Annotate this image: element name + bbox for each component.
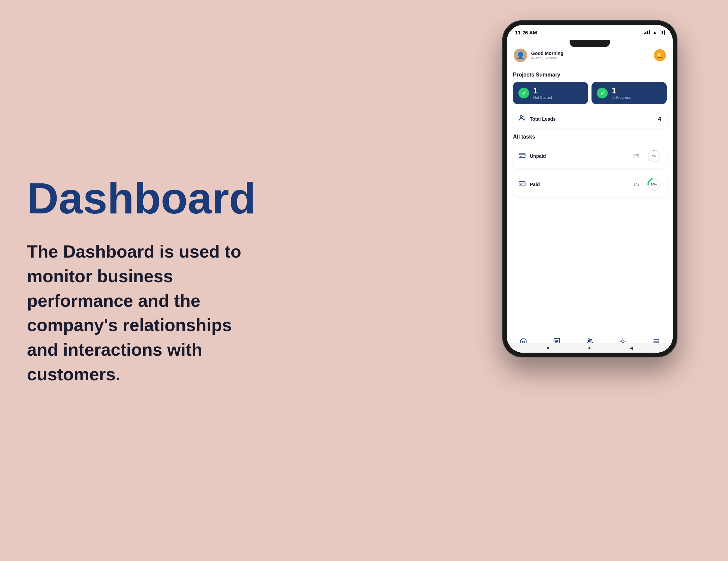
leads-label: Total Leads	[530, 116, 654, 122]
project-card-in-progress[interactable]: ✓ 1 In Progress	[592, 82, 667, 104]
card-number-1: 1	[533, 87, 552, 95]
check-circle-2: ✓	[597, 88, 608, 98]
battery-icon: ▮	[660, 30, 665, 35]
task-paid-label: Paid	[530, 182, 629, 187]
avatar-icon: 👤	[516, 51, 525, 59]
check-circle-1: ✓	[518, 88, 529, 98]
tasks-section: All tasks Unpaid 0/5	[513, 134, 667, 197]
phone-mockup: 11:26 AM ▲ ▮	[502, 20, 677, 357]
task-unpaid-percent: 0%	[651, 154, 656, 158]
android-circle[interactable]: ●	[588, 345, 591, 351]
app-content: 👤 Good Morning Akshay Singhal 🔔 Proj	[507, 40, 673, 353]
status-bar: 11:26 AM ▲ ▮	[507, 25, 673, 40]
phone-screen: 11:26 AM ▲ ▮	[507, 25, 673, 353]
checkmark-icon-2: ✓	[600, 90, 605, 96]
status-time: 11:26 AM	[515, 30, 537, 35]
card-label-in-progress: In Progress	[612, 95, 631, 99]
leads-card[interactable]: Total Leads 4	[513, 110, 667, 128]
android-back[interactable]: ◀	[630, 345, 633, 351]
user-name: Akshay Singhal	[531, 56, 564, 60]
project-card-not-started[interactable]: ✓ 1 Not Started	[513, 82, 588, 104]
paid-icon	[518, 180, 526, 189]
greeting-text: Good Morning Akshay Singhal	[531, 51, 564, 60]
task-paid-percent: 20%	[651, 183, 657, 186]
task-unpaid[interactable]: Unpaid 0/5 0%	[513, 144, 667, 168]
leads-icon	[518, 114, 526, 124]
signal-icon	[644, 30, 650, 34]
app-body: Projects Summary ✓ 1 Not Started	[507, 66, 673, 339]
notification-bell[interactable]: 🔔	[654, 49, 666, 61]
phone-frame: 11:26 AM ▲ ▮	[502, 20, 677, 357]
page-title: Dashboard	[27, 174, 263, 223]
card-label-not-started: Not Started	[533, 95, 552, 99]
task-unpaid-circle: 0%	[646, 149, 661, 164]
task-paid[interactable]: Paid 1/5 20%	[513, 172, 667, 197]
status-icons: ▲ ▮	[644, 30, 665, 35]
task-paid-progress: 1/5	[633, 182, 639, 187]
svg-point-1	[523, 116, 524, 117]
task-unpaid-progress: 0/5	[633, 154, 639, 158]
left-section: Dashboard The Dashboard is used to monit…	[27, 174, 263, 387]
svg-point-18	[622, 340, 624, 342]
phone-notch	[570, 40, 610, 47]
task-paid-circle: 20%	[646, 177, 661, 192]
leads-count: 4	[658, 116, 661, 123]
svg-point-0	[520, 116, 522, 118]
svg-rect-7	[519, 181, 525, 186]
avatar: 👤	[514, 49, 527, 62]
card-info-2: 1 In Progress	[612, 87, 631, 99]
android-square[interactable]: ■	[546, 345, 549, 351]
header-left: 👤 Good Morning Akshay Singhal	[514, 49, 564, 62]
projects-summary-title: Projects Summary	[513, 72, 667, 78]
card-info-1: 1 Not Started	[533, 87, 552, 99]
svg-point-16	[588, 338, 590, 341]
checkmark-icon-1: ✓	[522, 90, 526, 96]
unpaid-icon	[518, 152, 526, 161]
svg-rect-2	[519, 153, 525, 157]
android-nav: ■ ● ◀	[507, 343, 673, 353]
greeting: Good Morning	[531, 51, 564, 56]
card-number-2: 1	[612, 87, 631, 95]
wifi-icon: ▲	[653, 30, 657, 35]
tasks-title: All tasks	[513, 134, 667, 140]
projects-cards: ✓ 1 Not Started ✓ 1	[513, 82, 667, 104]
bell-icon: 🔔	[656, 52, 664, 59]
page-description: The Dashboard is used to monitor busines…	[27, 239, 263, 387]
svg-point-17	[590, 339, 592, 340]
task-unpaid-label: Unpaid	[530, 153, 629, 159]
